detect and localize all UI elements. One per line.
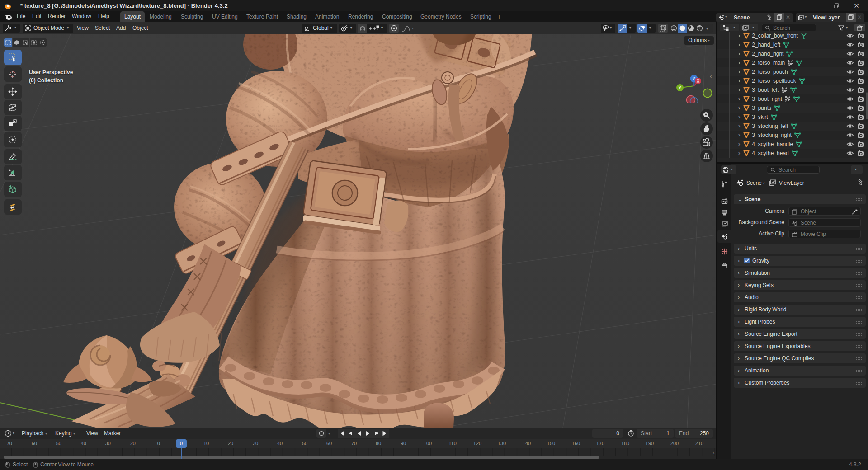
svg-text:Y: Y: [678, 85, 682, 90]
svg-text:X: X: [697, 79, 700, 84]
